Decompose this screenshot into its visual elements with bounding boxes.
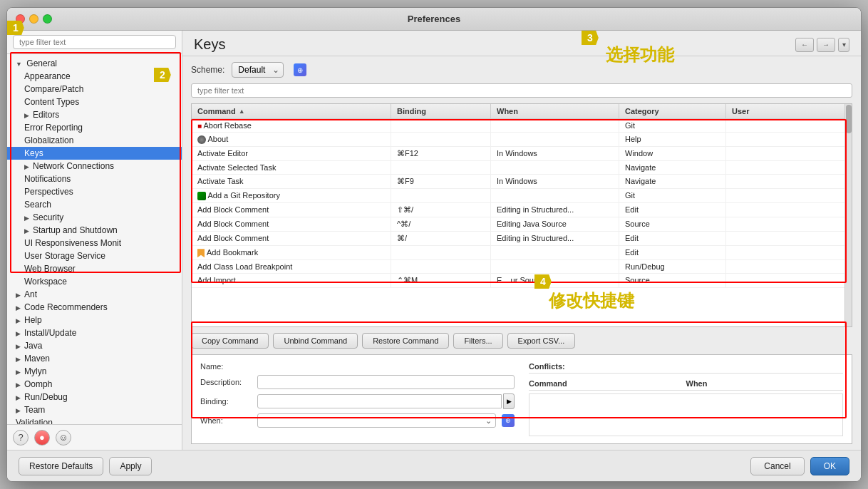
sidebar-search-input[interactable] [13, 35, 176, 49]
sidebar-item-search[interactable]: Search [7, 198, 182, 211]
table-row[interactable]: ■ Abort Rebase Git [192, 119, 844, 133]
name-row: Name: [200, 362, 515, 371]
when-icon: ⊕ [502, 414, 515, 427]
table-row[interactable]: About Help [192, 133, 844, 147]
conflicts-title: Conflicts: [529, 362, 686, 371]
scrollbar-thumb[interactable] [846, 105, 852, 133]
flag-3: 3 [582, 31, 599, 45]
maximize-button[interactable] [43, 14, 52, 24]
copy-command-button[interactable]: Copy Command [191, 333, 269, 349]
when-label: When: [200, 416, 252, 425]
detail-right: Conflicts: Command When [529, 362, 843, 436]
sidebar-item-editors[interactable]: ▶Editors [7, 108, 182, 121]
col-command[interactable]: Command ▲ [192, 104, 391, 118]
sidebar-item-network[interactable]: ▶Network Connections [7, 160, 182, 173]
sidebar-footer: ? ● ☺ [7, 424, 182, 450]
sidebar-item-install-update[interactable]: ▶Install/Update [7, 326, 182, 339]
table-row[interactable]: Add Block Comment ⌘/Editing in Structure… [192, 232, 844, 246]
binding-input[interactable] [257, 394, 502, 408]
sidebar-item-mylyn[interactable]: ▶Mylyn [7, 365, 182, 378]
detail-left: Name: Description: Binding: ▶ [200, 362, 515, 436]
name-label: Name: [200, 362, 252, 371]
sidebar-item-ant[interactable]: ▶Ant [7, 288, 182, 301]
description-input[interactable] [257, 375, 515, 389]
main-panel: Keys ← → ▾ Scheme: Default ⊕ [182, 31, 861, 450]
table-row[interactable]: Add Bookmark Edit [192, 246, 844, 260]
record-button[interactable]: ● [34, 430, 50, 446]
sidebar-search-area [7, 31, 182, 54]
table-row[interactable]: Add Block Comment ^⌘/Editing Java Source… [192, 217, 844, 232]
help-button[interactable]: ? [13, 430, 29, 446]
table-row[interactable]: Add Block Comment ⇧⌘/Editing in Structur… [192, 203, 844, 217]
binding-label: Binding: [200, 397, 252, 406]
table-row[interactable]: Activate Task ⌘F9In Windows Navigate [192, 175, 844, 189]
sidebar-item-validation[interactable]: Validation [7, 416, 182, 424]
binding-input-wrap: ▶ [257, 393, 515, 409]
sidebar-item-error-reporting[interactable]: Error Reporting [7, 121, 182, 134]
table-row[interactable]: Add Import ⌃⌘ME... ur Source Source [192, 274, 844, 288]
bottom-bar: Restore Defaults Apply Cancel OK [7, 450, 861, 481]
scheme-select-wrap: Default [232, 62, 284, 78]
table-row[interactable]: Activate Editor ⌘F12In Windows Window [192, 147, 844, 161]
annotation-label-3: 选择功能 [606, 43, 674, 66]
sidebar-item-compare[interactable]: Compare/Patch [7, 83, 182, 96]
col-user[interactable]: User [726, 104, 783, 118]
export-csv-button[interactable]: Export CSV... [507, 333, 576, 349]
keys-table-body: ■ Abort Rebase Git About Help Activate E… [192, 119, 844, 326]
panel-content: Scheme: Default ⊕ Command ▲ B [182, 56, 861, 450]
conflicts-col-when: When [686, 379, 844, 388]
sidebar-item-ui-resp[interactable]: UI Responsiveness Monit [7, 237, 182, 249]
binding-row: Binding: ▶ [200, 393, 515, 409]
restore-defaults-button[interactable]: Restore Defaults [19, 457, 103, 475]
table-row[interactable]: Add Class Load Breakpoint Run/Debug [192, 260, 844, 274]
minimize-button[interactable] [29, 14, 38, 24]
sidebar-item-web-browser[interactable]: Web Browser [7, 262, 182, 275]
info-button[interactable]: ☺ [56, 430, 71, 446]
when-row: When: ⊕ [200, 413, 515, 428]
sidebar-item-maven[interactable]: ▶Maven [7, 352, 182, 365]
description-label: Description: [200, 378, 252, 386]
sidebar-item-content-types[interactable]: Content Types [7, 96, 182, 108]
filter-input[interactable] [191, 83, 852, 98]
when-select[interactable] [257, 413, 496, 428]
col-binding[interactable]: Binding [391, 104, 491, 118]
sidebar-item-code-rec[interactable]: ▶Code Recommenders [7, 301, 182, 314]
nav-back-button[interactable]: ← [795, 38, 814, 52]
binding-arrow-button[interactable]: ▶ [503, 393, 515, 409]
ok-button[interactable]: OK [810, 457, 849, 475]
table-row[interactable]: Activate Selected Task Navigate [192, 161, 844, 175]
keys-table-header: Command ▲ Binding When Category User [192, 104, 844, 119]
restore-command-button[interactable]: Restore Command [362, 333, 449, 349]
apply-button[interactable]: Apply [109, 457, 152, 475]
sidebar-item-team[interactable]: ▶Team [7, 403, 182, 416]
table-row[interactable]: Add a Git Repository Git [192, 189, 844, 203]
flag-1: 1 [7, 21, 24, 35]
sidebar-item-java[interactable]: ▶Java [7, 339, 182, 352]
col-category[interactable]: Category [619, 104, 726, 118]
sidebar-item-perspectives[interactable]: Perspectives [7, 185, 182, 198]
nav-dropdown-button[interactable]: ▾ [838, 38, 849, 52]
sidebar-item-security[interactable]: ▶Security [7, 211, 182, 224]
sidebar-item-run-debug[interactable]: ▶Run/Debug [7, 391, 182, 403]
action-buttons: Copy Command Unbind Command Restore Comm… [191, 333, 852, 349]
sidebar-item-globalization[interactable]: Globalization [7, 134, 182, 147]
cancel-button[interactable]: Cancel [750, 457, 804, 475]
sidebar-item-oomph[interactable]: ▶Oomph [7, 378, 182, 391]
sidebar-item-startup[interactable]: ▶Startup and Shutdown [7, 224, 182, 237]
sidebar-item-notifications[interactable]: Notifications [7, 173, 182, 185]
nav-forward-button[interactable]: → [817, 38, 835, 52]
filters-button[interactable]: Filters... [453, 333, 502, 349]
bottom-left-buttons: Restore Defaults Apply [19, 457, 152, 475]
scrollbar[interactable] [844, 104, 852, 326]
description-row: Description: [200, 375, 515, 389]
sidebar-item-workspace[interactable]: Workspace [7, 275, 182, 288]
scheme-select[interactable]: Default [232, 62, 284, 78]
sidebar: ▼ General Appearance Compare/Patch Conte… [7, 31, 182, 450]
sidebar-tree: ▼ General Appearance Compare/Patch Conte… [7, 54, 182, 424]
sidebar-item-keys[interactable]: Keys [7, 147, 182, 160]
sidebar-item-help[interactable]: ▶Help [7, 314, 182, 326]
annotation-label-4: 修改快捷键 [549, 289, 634, 312]
sidebar-item-user-storage[interactable]: User Storage Service [7, 249, 182, 262]
unbind-command-button[interactable]: Unbind Command [273, 333, 358, 349]
col-when[interactable]: When [491, 104, 619, 118]
